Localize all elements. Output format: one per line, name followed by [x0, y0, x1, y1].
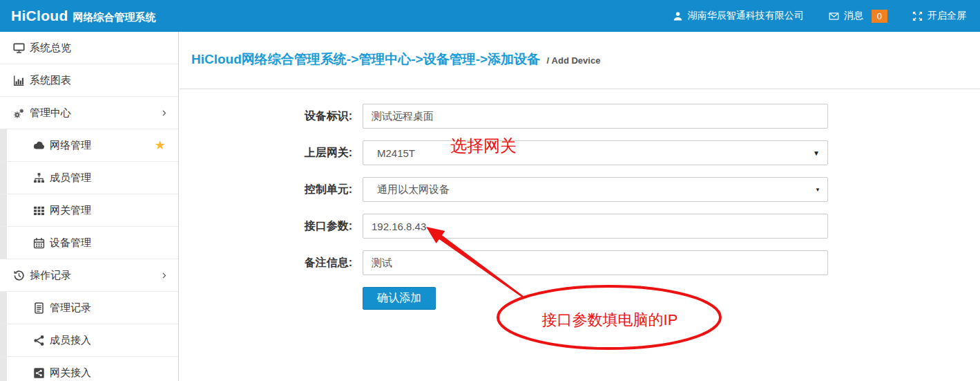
breadcrumb-path: HiCloud网络综合管理系统->管理中心->设备管理->添加设备	[191, 52, 540, 66]
breadcrumb-suffix: / Add Device	[546, 55, 600, 66]
annotation-ellipse-text: 接口参数填电脑的IP	[499, 310, 721, 331]
breadcrumb: HiCloud网络综合管理系统->管理中心->设备管理->添加设备 / Add …	[180, 32, 980, 68]
form-row-interface-params: 接口参数:	[278, 214, 980, 239]
remarks-input[interactable]	[363, 250, 828, 275]
sidebar-item-label: 系统图表	[30, 74, 71, 87]
sidebar-item-member-access[interactable]: 成员接入	[0, 324, 178, 357]
sidebar-item-operation-records[interactable]: 操作记录	[0, 259, 178, 292]
upper-gateway-label: 上层网关:	[278, 146, 352, 160]
bar-chart-icon	[13, 75, 25, 86]
sidebar-item-member-management[interactable]: 成员管理	[0, 162, 178, 194]
control-unit-label: 控制单元:	[278, 183, 352, 197]
remarks-label: 备注信息:	[278, 256, 352, 270]
upper-gateway-select[interactable]: M2415T ▼	[363, 140, 828, 165]
sidebar-item-label: 管理记录	[50, 301, 91, 315]
fullscreen-label: 开启全屏	[928, 10, 966, 22]
file-text-icon	[33, 302, 45, 314]
sidebar-item-system-overview[interactable]: 系统总览	[0, 32, 178, 64]
messages-label: 消息	[844, 10, 863, 22]
sidebar-item-label: 网络管理	[50, 139, 91, 152]
share-square-icon	[33, 367, 45, 379]
sidebar-item-gateway-access[interactable]: 网关接入	[0, 357, 178, 381]
form-row-device-id: 设备标识:	[278, 104, 980, 129]
share-icon	[33, 335, 45, 346]
user-icon	[673, 11, 683, 21]
device-id-input[interactable]	[363, 104, 828, 129]
topbar-actions: 湖南华辰智通科技有限公司 消息 0 开启全屏	[673, 10, 966, 23]
device-id-label: 设备标识:	[278, 109, 352, 124]
messages-count-badge: 0	[872, 10, 887, 23]
cloud-icon	[33, 140, 45, 151]
sidebar-item-label: 操作记录	[30, 269, 71, 282]
sidebar-item-system-charts[interactable]: 系统图表	[0, 64, 178, 97]
sidebar-nav: 系统总览 系统图表 管理中心 网络管理 ★ 成员管理 网关管理	[0, 32, 179, 381]
brand-name: HiCloud	[11, 8, 68, 24]
interface-params-input[interactable]	[363, 214, 828, 239]
upper-gateway-value: M2415T	[377, 147, 415, 159]
content-divider	[180, 89, 980, 89]
messages-menu[interactable]: 消息 0	[829, 10, 887, 23]
sidebar-item-network-management[interactable]: 网络管理 ★	[0, 129, 178, 162]
sidebar-item-label: 成员管理	[50, 171, 91, 185]
history-icon	[13, 270, 25, 281]
desktop-icon	[13, 42, 25, 54]
chevron-right-icon	[160, 271, 169, 280]
form-row-upper-gateway: 上层网关: M2415T ▼	[278, 140, 980, 165]
annotation-select-gateway: 选择网关	[450, 135, 517, 157]
sitemap-icon	[33, 172, 45, 184]
envelope-icon	[829, 11, 839, 21]
user-menu[interactable]: 湖南华辰智通科技有限公司	[673, 10, 804, 22]
form-row-control-unit: 控制单元: 通用以太网设备 ▼	[278, 177, 980, 202]
sidebar-item-device-management[interactable]: 设备管理	[0, 227, 178, 259]
sidebar-item-management-center[interactable]: 管理中心	[0, 97, 178, 129]
sidebar-item-gateway-management[interactable]: 网关管理	[0, 194, 178, 227]
add-device-form: 设备标识: 上层网关: M2415T ▼ 控制单元: 通用以太网设备 ▼	[278, 104, 980, 310]
control-unit-select[interactable]: 通用以太网设备 ▼	[363, 177, 828, 202]
control-unit-value: 通用以太网设备	[377, 183, 450, 196]
calendar-icon	[33, 237, 45, 249]
company-name: 湖南华辰智通科技有限公司	[688, 10, 804, 22]
grid-icon	[33, 205, 45, 216]
expand-icon	[912, 11, 923, 21]
interface-params-label: 接口参数:	[278, 219, 352, 234]
form-row-remarks: 备注信息:	[278, 250, 980, 275]
sidebar-item-label: 网关管理	[50, 204, 91, 217]
confirm-add-button[interactable]: 确认添加	[363, 287, 436, 310]
sidebar-item-label: 设备管理	[50, 236, 91, 250]
star-icon[interactable]: ★	[155, 139, 166, 151]
sidebar-item-label: 网关接入	[50, 366, 91, 380]
chevron-right-icon	[160, 109, 169, 118]
app-brand[interactable]: HiCloud 网络综合管理系统	[11, 8, 156, 24]
caret-down-icon: ▼	[813, 149, 820, 157]
sidebar-item-label: 管理中心	[30, 106, 71, 120]
top-navbar: HiCloud 网络综合管理系统 湖南华辰智通科技有限公司 消息 0 开启全屏	[0, 0, 980, 32]
sidebar-item-label: 成员接入	[50, 334, 91, 347]
sidebar-item-label: 系统总览	[30, 41, 71, 55]
fullscreen-toggle[interactable]: 开启全屏	[912, 10, 966, 22]
caret-down-icon: ▼	[815, 187, 820, 193]
sidebar-item-management-records[interactable]: 管理记录	[0, 292, 178, 324]
brand-subtitle: 网络综合管理系统	[73, 11, 156, 24]
gears-icon	[13, 107, 25, 119]
